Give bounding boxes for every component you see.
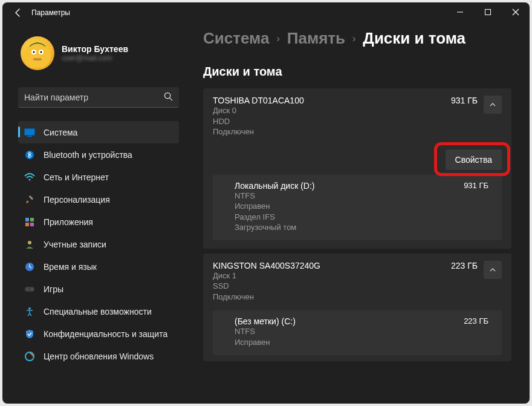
back-button[interactable] — [7, 8, 29, 18]
nav-label: Персонализация — [44, 195, 110, 205]
brush-icon — [24, 194, 35, 205]
disk-number: Диск 1 — [213, 270, 451, 281]
collapse-button[interactable] — [484, 96, 502, 114]
monitor-icon — [24, 127, 35, 138]
page-title: Диски и тома — [203, 65, 511, 79]
nav-list: Система Bluetooth и устройства Сеть и Ин… — [18, 121, 179, 367]
svg-rect-15 — [25, 218, 29, 221]
nav-item-gaming[interactable]: Игры — [18, 278, 179, 300]
minimize-button[interactable] — [446, 2, 474, 22]
chevron-up-icon — [489, 266, 496, 273]
search-input[interactable] — [24, 93, 164, 102]
svg-rect-7 — [33, 58, 42, 61]
bluetooth-icon — [24, 149, 35, 160]
properties-button[interactable]: Свойства — [446, 149, 502, 170]
nav-label: Специальные возможности — [44, 307, 152, 316]
nav-item-accounts[interactable]: Учетные записи — [18, 233, 179, 255]
user-block[interactable]: Виктор Бухтеев user@mail.com — [18, 36, 179, 70]
nav-label: Конфиденциальность и защита — [44, 329, 167, 339]
nav-label: Учетные записи — [44, 240, 106, 249]
nav-label: Центр обновления Windows — [44, 352, 154, 361]
volume-partition: Раздел IFS — [235, 212, 456, 223]
nav-item-system[interactable]: Система — [18, 121, 179, 143]
svg-rect-18 — [30, 223, 34, 226]
svg-point-24 — [28, 307, 31, 310]
crumb-current: Диски и тома — [363, 29, 465, 48]
volume-health: Исправен — [235, 201, 456, 212]
svg-rect-14 — [28, 195, 33, 200]
svg-rect-17 — [25, 223, 29, 226]
nav-item-network[interactable]: Сеть и Интернет — [18, 166, 179, 188]
nav-item-bluetooth[interactable]: Bluetooth и устройства — [18, 143, 179, 166]
nav-label: Время и язык — [44, 262, 97, 272]
privacy-icon — [24, 329, 35, 339]
volume-size: 931 ГБ — [464, 181, 488, 190]
disk-type: SSD — [213, 281, 451, 292]
volume-name: Локальный диск (D:) — [235, 181, 456, 191]
svg-line-9 — [170, 97, 172, 100]
svg-point-13 — [29, 178, 31, 180]
nav-label: Система — [44, 128, 77, 137]
user-name: Виктор Бухтеев — [62, 44, 128, 54]
chevron-right-icon: › — [352, 33, 355, 44]
avatar — [21, 36, 54, 70]
update-icon — [24, 351, 35, 362]
chevron-up-icon — [489, 101, 496, 108]
nav-item-windows-update[interactable]: Центр обновления Windows — [18, 345, 179, 367]
volume-fs: NTFS — [235, 326, 456, 337]
svg-point-22 — [27, 289, 28, 290]
svg-rect-1 — [485, 10, 491, 15]
breadcrumb: Система › Память › Диски и тома — [203, 29, 511, 48]
disk-size: 223 ГБ — [451, 261, 478, 270]
nav-item-apps[interactable]: Приложения — [18, 211, 179, 233]
crumb-memory[interactable]: Память — [287, 29, 345, 48]
crumb-system[interactable]: Система — [203, 29, 269, 48]
close-button[interactable] — [502, 2, 530, 22]
collapse-button[interactable] — [484, 261, 502, 279]
nav-item-personalization[interactable]: Персонализация — [18, 188, 179, 211]
sidebar: Виктор Бухтеев user@mail.com Система Blu… — [2, 23, 185, 404]
svg-rect-16 — [30, 218, 34, 221]
svg-point-23 — [31, 289, 33, 290]
nav-item-privacy[interactable]: Конфиденциальность и защита — [18, 323, 179, 345]
window-title: Параметры — [29, 8, 70, 17]
disk-model: TOSHIBA DT01ACA100 — [213, 96, 451, 105]
volume-card[interactable]: Локальный диск (D:) NTFS Исправен Раздел… — [213, 175, 502, 240]
disk-type: HDD — [213, 116, 451, 127]
svg-point-19 — [28, 241, 31, 244]
nav-item-accessibility[interactable]: Специальные возможности — [18, 300, 179, 323]
disk-header[interactable]: TOSHIBA DT01ACA100 Диск 0 HDD Подключен … — [213, 96, 502, 137]
accessibility-icon — [24, 306, 35, 317]
volume-name: (Без метки) (C:) — [235, 316, 456, 326]
games-icon — [24, 284, 35, 295]
user-email: user@mail.com — [62, 54, 128, 62]
content-area: Система › Память › Диски и тома Диски и … — [185, 23, 530, 404]
nav-item-time-language[interactable]: Время и язык — [18, 255, 179, 278]
svg-point-8 — [164, 93, 170, 98]
svg-point-6 — [41, 51, 42, 53]
disk-size: 931 ГБ — [451, 96, 478, 105]
disk-card-0: TOSHIBA DT01ACA100 Диск 0 HDD Подключен … — [203, 88, 511, 249]
volume-card[interactable]: (Без метки) (C:) NTFS Исправен 223 ГБ — [213, 310, 502, 355]
svg-point-2 — [24, 42, 51, 68]
nav-label: Приложения — [44, 217, 93, 227]
volume-boot: Загрузочный том — [235, 222, 456, 233]
svg-point-5 — [33, 51, 35, 53]
volume-health: Исправен — [235, 337, 456, 348]
search-icon — [164, 92, 173, 103]
settings-window: Параметры Виктор Бухтеев user@mail.com — [2, 2, 530, 404]
disk-header[interactable]: KINGSTON SA400S37240G Диск 1 SSD Подключ… — [213, 261, 502, 303]
nav-label: Сеть и Интернет — [44, 172, 109, 182]
search-box[interactable] — [18, 87, 179, 108]
volume-fs: NTFS — [235, 191, 456, 201]
svg-rect-11 — [27, 136, 32, 137]
maximize-button[interactable] — [474, 2, 502, 22]
svg-rect-21 — [25, 287, 34, 292]
svg-rect-10 — [25, 128, 35, 135]
disk-status: Подключен — [213, 292, 451, 303]
disk-card-1: KINGSTON SA400S37240G Диск 1 SSD Подключ… — [203, 254, 511, 361]
wifi-icon — [24, 172, 35, 183]
account-icon — [24, 239, 35, 250]
disk-status: Подключен — [213, 126, 451, 137]
disk-number: Диск 0 — [213, 105, 451, 116]
